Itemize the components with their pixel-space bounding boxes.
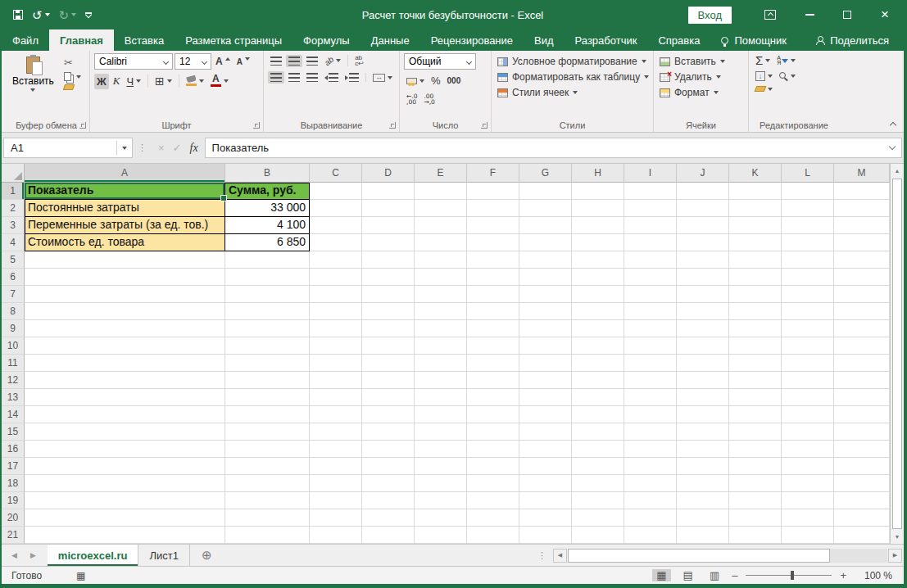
row-header-14[interactable]: 14	[2, 406, 25, 423]
row-header-10[interactable]: 10	[2, 337, 25, 355]
cell-C6[interactable]	[310, 269, 362, 286]
cell-J2[interactable]	[677, 200, 729, 217]
tab-assistant[interactable]: Помощник	[710, 29, 797, 51]
cell-D8[interactable]	[362, 303, 415, 320]
cell-B17[interactable]	[225, 458, 310, 475]
cell-L19[interactable]	[782, 492, 834, 509]
underline-button[interactable]: Ч	[124, 74, 143, 89]
cell-D18[interactable]	[362, 475, 415, 492]
cell-K4[interactable]	[729, 234, 782, 251]
cell-J14[interactable]	[677, 406, 729, 423]
cell-B5[interactable]	[225, 251, 310, 269]
cell-B14[interactable]	[225, 406, 310, 423]
cell-L18[interactable]	[782, 475, 834, 492]
copy-button[interactable]	[64, 72, 81, 81]
cell-F20[interactable]	[467, 509, 519, 527]
cell-D19[interactable]	[362, 492, 415, 509]
cell-A2[interactable]: Постоянные затраты	[25, 200, 225, 217]
cell-G5[interactable]	[519, 251, 572, 269]
macro-record-icon[interactable]: ▦	[76, 570, 85, 581]
cell-I16[interactable]	[624, 441, 677, 458]
cell-A17[interactable]	[25, 458, 225, 475]
cell-A19[interactable]	[25, 492, 225, 509]
tab-home[interactable]: Главная	[49, 29, 114, 51]
cell-K9[interactable]	[729, 320, 782, 337]
cell-I7[interactable]	[624, 286, 677, 303]
cell-K2[interactable]	[729, 200, 782, 217]
cell-A21[interactable]	[25, 527, 225, 544]
column-header-F[interactable]: F	[467, 164, 519, 183]
cell-G9[interactable]	[519, 320, 572, 337]
cell-M3[interactable]	[834, 217, 890, 234]
row-header-5[interactable]: 5	[2, 251, 25, 269]
cell-H4[interactable]	[572, 234, 624, 251]
cell-D4[interactable]	[362, 234, 415, 251]
zoom-slider[interactable]	[746, 575, 832, 577]
delete-cells-button[interactable]: Удалить	[658, 70, 744, 84]
cell-C12[interactable]	[310, 372, 362, 389]
cell-K14[interactable]	[729, 406, 782, 423]
cell-G16[interactable]	[519, 441, 572, 458]
cell-B6[interactable]	[225, 269, 310, 286]
row-header-6[interactable]: 6	[2, 269, 25, 286]
cell-M20[interactable]	[834, 509, 890, 527]
cell-F1[interactable]	[467, 183, 519, 200]
page-break-view-button[interactable]: ▥	[705, 569, 723, 581]
cell-G15[interactable]	[519, 423, 572, 441]
cell-G19[interactable]	[519, 492, 572, 509]
cell-I9[interactable]	[624, 320, 677, 337]
cell-E15[interactable]	[415, 423, 467, 441]
cell-J6[interactable]	[677, 269, 729, 286]
cell-K20[interactable]	[729, 509, 782, 527]
cell-F10[interactable]	[467, 337, 519, 355]
cell-G4[interactable]	[519, 234, 572, 251]
cell-M14[interactable]	[834, 406, 890, 423]
cell-L6[interactable]	[782, 269, 834, 286]
page-layout-view-button[interactable]: ▤	[679, 569, 697, 581]
scroll-up-button[interactable]: ▲	[891, 164, 904, 178]
cell-M7[interactable]	[834, 286, 890, 303]
cell-A4[interactable]: Стоимость ед. товара	[25, 234, 225, 251]
name-box[interactable]: A1	[3, 138, 133, 158]
cell-K8[interactable]	[729, 303, 782, 320]
cell-D12[interactable]	[362, 372, 415, 389]
cell-G11[interactable]	[519, 355, 572, 372]
insert-cells-button[interactable]: Вставить	[658, 55, 744, 68]
scroll-down-button[interactable]: ▼	[891, 530, 904, 544]
cell-G7[interactable]	[519, 286, 572, 303]
cell-B2[interactable]: 33 000	[225, 200, 310, 217]
cell-B13[interactable]	[225, 389, 310, 406]
cell-D21[interactable]	[362, 527, 415, 544]
clipboard-dialog-launcher[interactable]	[79, 122, 86, 129]
cell-K12[interactable]	[729, 372, 782, 389]
cell-H17[interactable]	[572, 458, 624, 475]
cell-M11[interactable]	[834, 355, 890, 372]
cell-G20[interactable]	[519, 509, 572, 527]
cell-D7[interactable]	[362, 286, 415, 303]
cell-E21[interactable]	[415, 527, 467, 544]
vertical-scroll-thumb[interactable]	[892, 179, 902, 529]
save-button[interactable]	[13, 10, 23, 20]
cell-M5[interactable]	[834, 251, 890, 269]
formula-bar-handle[interactable]: ⋮	[138, 142, 147, 153]
font-color-button[interactable]: А	[208, 74, 231, 88]
cell-B16[interactable]	[225, 441, 310, 458]
cell-J9[interactable]	[677, 320, 729, 337]
increase-font-button[interactable]: А	[213, 54, 233, 69]
cell-M18[interactable]	[834, 475, 890, 492]
row-header-8[interactable]: 8	[2, 303, 25, 320]
cell-B20[interactable]	[225, 509, 310, 527]
clear-button[interactable]	[753, 84, 775, 93]
cell-A9[interactable]	[25, 320, 225, 337]
cell-F9[interactable]	[467, 320, 519, 337]
cell-D20[interactable]	[362, 509, 415, 527]
fill-button[interactable]: ↓	[753, 70, 775, 83]
formula-input[interactable]: Показатель	[205, 138, 902, 158]
cell-D9[interactable]	[362, 320, 415, 337]
row-header-4[interactable]: 4	[2, 234, 25, 251]
cell-E9[interactable]	[415, 320, 467, 337]
cell-F21[interactable]	[467, 527, 519, 544]
cell-A18[interactable]	[25, 475, 225, 492]
align-bottom-button[interactable]	[304, 55, 320, 67]
cell-D17[interactable]	[362, 458, 415, 475]
